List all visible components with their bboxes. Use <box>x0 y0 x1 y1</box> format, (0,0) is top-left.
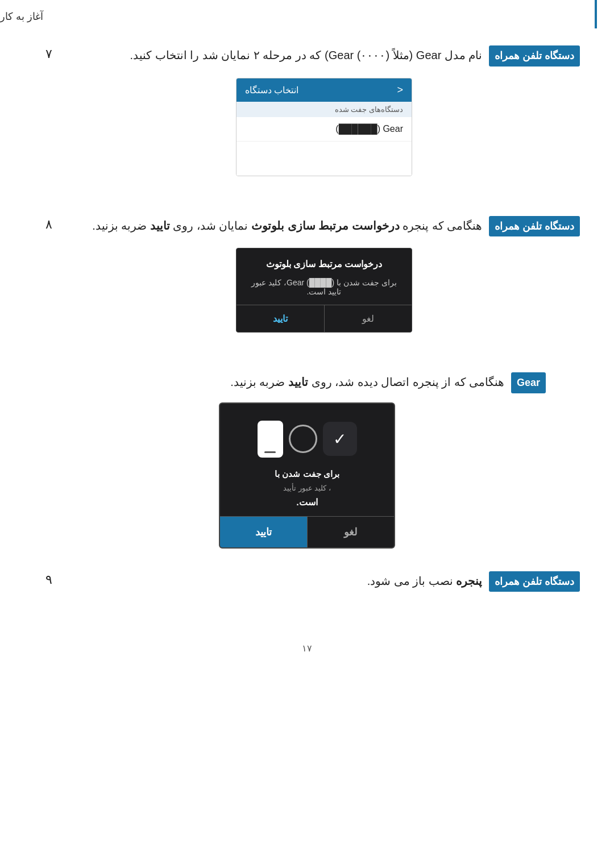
gear-circle-icon <box>289 425 317 453</box>
step-7-body: نام مدل Gear (مثلاً Gear (۰۰۰۰)) که در م… <box>130 49 482 61</box>
gear-cancel-button[interactable]: لغو <box>307 517 395 547</box>
gear-screen-image: ✓ برای جفت شدن با ، کلید عبور تأیید است.… <box>34 402 580 554</box>
gear-pairing-screen: ✓ برای جفت شدن با ، کلید عبور تأیید است.… <box>219 402 395 549</box>
gear-confirm-button[interactable]: تایید <box>220 517 307 547</box>
sub-label-box: Gear <box>511 372 546 393</box>
step-9-text: دستگاه تلفن همراه پنجره نصب باز می شود. <box>68 571 580 592</box>
step-9-highlight2: پنجره <box>456 575 482 587</box>
step-8-before: هنگامی که پنجره <box>403 219 482 232</box>
bt-screen-title: درخواست مرتبط سازی بلوتوث <box>237 248 412 275</box>
gear-screen-buttons: لغو تایید <box>220 516 394 547</box>
step-8-text: دستگاه تلفن همراه هنگامی که پنجره درخواس… <box>68 216 580 237</box>
device-select-screen: < انتخاب دستگاه دستگاه‌های جفت شده Gear … <box>236 78 412 176</box>
sub-step-gear: Gear هنگامی که از پنجره اتصال دیده شد، ر… <box>34 372 580 554</box>
device-select-subheader: دستگاه‌های جفت شده <box>237 102 412 117</box>
bt-confirm-button[interactable]: تایید <box>237 305 324 332</box>
step-7-label-box: دستگاه تلفن همراه <box>489 45 580 67</box>
bt-screen-buttons: لغو تایید <box>237 305 412 332</box>
step-8: ٨ دستگاه تلفن همراه هنگامی که پنجره درخو… <box>34 216 580 344</box>
step-7-text: دستگاه تلفن همراه نام مدل Gear (مثلاً Ge… <box>68 45 580 67</box>
sub-text-after: ضربه بزنید. <box>230 376 285 388</box>
step-8-image: درخواست مرتبط سازی بلوتوث برای جفت شدن ب… <box>68 248 580 338</box>
device-select-empty <box>237 142 412 176</box>
device-select-title: انتخاب دستگاه <box>245 85 298 95</box>
gear-screen-text2: ، کلید عبور تأیید <box>220 482 394 495</box>
step-7-image: < انتخاب دستگاه دستگاه‌های جفت شده Gear … <box>68 78 580 182</box>
page-number: ١٧ <box>0 632 614 671</box>
step-8-end: ضربه بزنید. <box>92 219 147 232</box>
step-9-install: نصب باز می شود. <box>367 575 453 587</box>
step-7-content: دستگاه تلفن همراه نام مدل Gear (مثلاً Ge… <box>68 45 580 188</box>
sub-text-before: هنگامی که از پنجره اتصال دیده شد، روی <box>312 376 505 388</box>
step-8-highlight1: درخواست مرتبط سازی بلوتوث <box>251 219 400 232</box>
back-arrow-icon: < <box>397 84 403 96</box>
step-8-number: ٨ <box>45 217 68 232</box>
bt-cancel-button[interactable]: لغو <box>324 305 412 332</box>
bt-pairing-screen: درخواست مرتبط سازی بلوتوث برای جفت شدن ب… <box>236 248 412 333</box>
sub-bold: تایید <box>288 376 308 388</box>
sub-step-text: Gear هنگامی که از پنجره اتصال دیده شد، ر… <box>34 372 546 393</box>
gear-watch-icon: ✓ <box>323 422 357 456</box>
step-8-bold1: تایید <box>150 219 170 232</box>
device-select-item[interactable]: Gear (██████) <box>237 117 412 142</box>
page-header: آغاز به کار <box>0 0 597 28</box>
step-7-number: ٧ <box>45 47 68 61</box>
step-7: ٧ دستگاه تلفن همراه نام مدل Gear (مثلاً … <box>34 45 580 188</box>
gear-screen-text1: برای جفت شدن با <box>220 466 394 482</box>
checkmark-icon: ✓ <box>333 430 346 448</box>
device-select-header: < انتخاب دستگاه <box>237 78 412 102</box>
gear-screen-icons: ✓ <box>220 404 394 466</box>
step-9: ٩ دستگاه تلفن همراه پنجره نصب باز می شود… <box>34 571 580 604</box>
main-content: ٧ دستگاه تلفن همراه نام مدل Gear (مثلاً … <box>0 45 614 603</box>
step-8-label-box: دستگاه تلفن همراه <box>489 216 580 237</box>
bt-screen-body: برای جفت شدن با (████) Gear، کلید عبور ت… <box>237 275 412 305</box>
gear-screen-text3: است. <box>220 495 394 516</box>
step-9-content: دستگاه تلفن همراه پنجره نصب باز می شود. <box>68 571 580 604</box>
gear-phone-icon <box>258 421 283 458</box>
step-9-label-box: دستگاه تلفن همراه <box>489 571 580 592</box>
step-9-number: ٩ <box>45 572 68 587</box>
step-8-after: نمایان شد، روی <box>173 219 248 232</box>
step-8-content: دستگاه تلفن همراه هنگامی که پنجره درخواس… <box>68 216 580 344</box>
header-title: آغاز به کار <box>0 10 43 23</box>
